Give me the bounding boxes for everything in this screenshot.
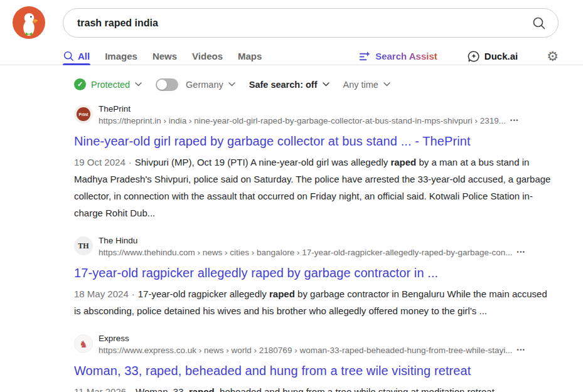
- search-icon: [532, 16, 546, 30]
- tab-maps[interactable]: Maps: [237, 47, 262, 65]
- protected-check-icon: ✓: [74, 78, 86, 90]
- site-name: Express: [99, 334, 526, 344]
- chat-bubble-star-icon: [468, 50, 480, 63]
- duckduckgo-logo[interactable]: [13, 6, 45, 39]
- time-filter-dropdown[interactable]: Any time: [343, 80, 390, 90]
- filter-bar: ✓ Protected Germany Safe search: off Any…: [74, 76, 390, 93]
- search-input[interactable]: [77, 18, 524, 29]
- tab-videos[interactable]: Videos: [191, 47, 223, 65]
- protected-label: Protected: [91, 80, 130, 90]
- search-icon: [63, 51, 74, 61]
- region-toggle[interactable]: [156, 78, 178, 91]
- duck-ai-button[interactable]: Duck.ai: [468, 50, 518, 63]
- result-date: 11 Mar 2026: [74, 386, 126, 392]
- tab-maps-label: Maps: [238, 51, 262, 61]
- tab-all[interactable]: All: [63, 47, 90, 65]
- result-snippet: 11 Mar 2026·Woman, 33, raped, beheaded a…: [74, 383, 555, 392]
- result-express: ♞ Express https://www.express.co.uk › ne…: [74, 334, 555, 392]
- tab-news-label: News: [152, 51, 177, 61]
- toggle-knob: [157, 80, 167, 90]
- meta-separator: ·: [126, 157, 135, 167]
- tab-images[interactable]: Images: [104, 47, 138, 65]
- tab-bar: All Images News Videos Maps: [63, 47, 559, 65]
- result-source-text: The Hindu https://www.thehindu.com › new…: [99, 236, 526, 258]
- favicon-text: TH: [78, 241, 88, 251]
- express-favicon: ♞: [74, 334, 93, 353]
- result-theprint: Print ThePrint https://theprint.in › ind…: [74, 104, 555, 221]
- meta-separator: ·: [129, 289, 138, 299]
- search-bar: [63, 8, 559, 38]
- more-options-button[interactable]: •••: [517, 345, 526, 355]
- result-source-text: Express https://www.express.co.uk › news…: [99, 334, 526, 356]
- chevron-down-icon: [228, 82, 235, 87]
- result-url: https://theprint.in › india › nine-year-…: [99, 115, 519, 126]
- snippet-text: 17-year-old ragpicker allegedly raped by…: [74, 289, 547, 316]
- snippet-text: Woman, 33, raped, beheaded and hung from…: [74, 386, 541, 392]
- thehindu-favicon: TH: [74, 236, 93, 255]
- tab-all-label: All: [78, 51, 90, 61]
- header: All Images News Videos Maps: [0, 0, 583, 65]
- search-assist-icon: [359, 50, 371, 62]
- result-date: 19 Oct 2024: [74, 157, 126, 167]
- result-source-link[interactable]: TH The Hindu https://www.thehindu.com › …: [74, 236, 555, 258]
- url-text: https://www.thehindu.com › news › cities…: [99, 248, 513, 257]
- meta-separator: ·: [126, 386, 136, 392]
- result-source-link[interactable]: Print ThePrint https://theprint.in › ind…: [74, 104, 555, 126]
- result-url: https://www.express.co.uk › news › world…: [99, 345, 526, 356]
- favicon-glyph: ♞: [79, 339, 87, 349]
- result-title-link[interactable]: 17-year-old ragpicker allegedly raped by…: [74, 266, 555, 280]
- search-results-page: All Images News Videos Maps: [0, 0, 583, 392]
- result-thehindu: TH The Hindu https://www.thehindu.com › …: [74, 236, 555, 319]
- result-source-link[interactable]: ♞ Express https://www.express.co.uk › ne…: [74, 334, 555, 356]
- region-label: Germany: [186, 80, 223, 90]
- result-url: https://www.thehindu.com › news › cities…: [99, 247, 526, 258]
- result-source-text: ThePrint https://theprint.in › india › n…: [99, 104, 519, 126]
- search-assist-label: Search Assist: [375, 51, 437, 61]
- settings-gear-icon[interactable]: ⚙: [547, 50, 559, 63]
- results-list: Print ThePrint https://theprint.in › ind…: [74, 104, 555, 392]
- search-submit-button[interactable]: [530, 14, 548, 33]
- tab-videos-label: Videos: [192, 51, 223, 61]
- more-options-button[interactable]: •••: [517, 247, 526, 257]
- result-snippet: 19 Oct 2024·Shivpuri (MP), Oct 19 (PTI) …: [74, 154, 555, 221]
- duckduckgo-duck-icon: [13, 6, 45, 39]
- tab-images-label: Images: [105, 51, 137, 61]
- result-snippet: 18 May 2024·17-year-old ragpicker allege…: [74, 285, 555, 319]
- more-options-button[interactable]: •••: [510, 115, 519, 125]
- duck-ai-label: Duck.ai: [484, 51, 518, 61]
- snippet-text: Shivpuri (MP), Oct 19 (PTI) A nine-year-…: [74, 157, 550, 218]
- url-text: https://theprint.in › india › nine-year-…: [99, 116, 506, 125]
- safe-search-label: Safe search: off: [249, 80, 318, 90]
- time-filter-label: Any time: [343, 80, 378, 90]
- protection-dropdown[interactable]: ✓ Protected: [74, 78, 142, 90]
- result-date: 18 May 2024: [74, 289, 129, 299]
- safe-search-dropdown[interactable]: Safe search: off: [249, 80, 329, 90]
- url-text: https://www.express.co.uk › news › world…: [99, 346, 513, 355]
- region-filter: Germany: [156, 78, 235, 91]
- site-name: The Hindu: [99, 236, 526, 246]
- chevron-down-icon: [383, 82, 390, 87]
- theprint-favicon: Print: [74, 105, 93, 124]
- chevron-down-icon: [323, 82, 329, 87]
- result-title-link[interactable]: Woman, 33, raped, beheaded and hung from…: [74, 364, 555, 378]
- search-assist-button[interactable]: Search Assist: [359, 50, 437, 62]
- favicon-text: Print: [77, 107, 90, 121]
- chevron-down-icon: [135, 82, 142, 87]
- result-title-link[interactable]: Nine-year-old girl raped by garbage coll…: [74, 134, 555, 149]
- tab-news[interactable]: News: [152, 47, 178, 65]
- site-name: ThePrint: [99, 104, 519, 114]
